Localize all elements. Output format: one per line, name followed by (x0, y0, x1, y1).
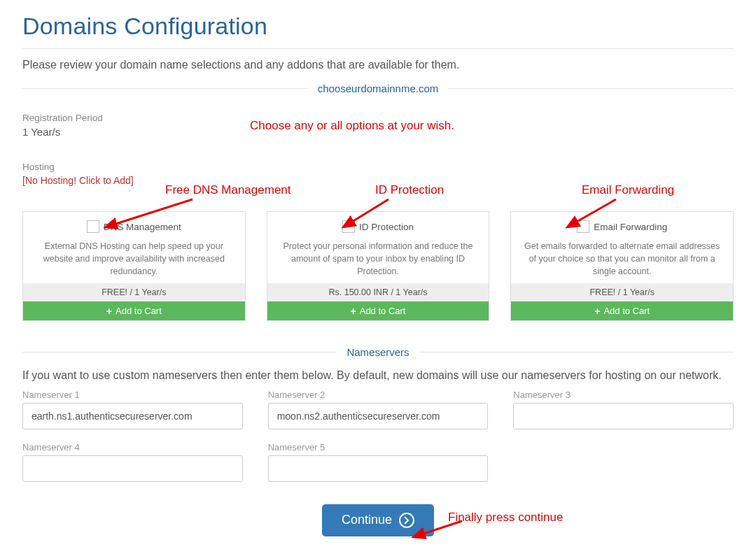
addons-row: DNS Management External DNS Hosting can … (22, 211, 734, 321)
ns4-input[interactable] (22, 455, 243, 482)
emailforwarding-price: FREE! / 1 Year/s (511, 283, 733, 301)
emailforwarding-title: Email Forwarding (594, 222, 667, 232)
idprotection-btn-label: Add to Cart (360, 306, 406, 316)
ns2-label: Nameserver 2 (268, 390, 489, 400)
intro-text: Please review your domain name selection… (22, 59, 734, 71)
plus-icon: + (594, 306, 600, 316)
continue-button[interactable]: Continue (322, 504, 434, 536)
registration-period-value: 1 Year/s (22, 126, 274, 138)
emailforwarding-btn-label: Add to Cart (603, 306, 650, 316)
page-title: Domains Configuration (22, 0, 734, 45)
annotation-top: Choose any or all options at your wish. (250, 119, 454, 133)
domain-name-label: chooseurdomainnme.com (308, 83, 449, 94)
ns2-input[interactable] (268, 403, 489, 429)
idprotection-add-button[interactable]: + Add to Cart (267, 301, 489, 320)
addon-dns: DNS Management External DNS Hosting can … (22, 211, 246, 321)
ns3-input[interactable] (513, 403, 734, 429)
title-divider (22, 48, 734, 49)
annotation-email: Email Forwarding (582, 183, 674, 197)
idprotection-price: Rs. 150.00 INR / 1 Year/s (267, 283, 489, 301)
hosting-label: Hosting (22, 162, 274, 172)
domain-divider: chooseurdomainnme.com (22, 83, 734, 94)
nameservers-heading: Nameservers (337, 346, 419, 358)
ns1-input[interactable] (22, 403, 243, 429)
dns-add-button[interactable]: + Add to Cart (23, 301, 245, 320)
ns5-input[interactable] (268, 455, 489, 482)
ns4-label: Nameserver 4 (22, 442, 243, 452)
idprotection-title: ID Protection (359, 222, 414, 232)
ns1-label: Nameserver 1 (22, 390, 243, 400)
idprotection-checkbox[interactable] (342, 220, 355, 233)
registration-period-label: Registration Period (22, 113, 274, 123)
dns-checkbox[interactable] (87, 220, 99, 233)
hosting-block: Hosting [No Hosting! Click to Add] (22, 162, 274, 186)
ns3-label: Nameserver 3 (513, 390, 734, 400)
emailforwarding-checkbox[interactable] (577, 220, 589, 233)
addon-idprotection: ID Protection Protect your personal info… (267, 211, 490, 321)
dns-title: DNS Management (104, 222, 181, 232)
dns-btn-label: Add to Cart (115, 306, 162, 316)
registration-period-block: Registration Period 1 Year/s (22, 113, 274, 138)
annotation-idp: ID Protection (375, 183, 444, 197)
idprotection-desc: Protect your personal information and re… (276, 240, 481, 278)
addon-emailforwarding: Email Forwarding Get emails forwarded to… (510, 211, 734, 321)
dns-desc: External DNS Hosting can help speed up y… (31, 240, 237, 278)
emailforwarding-add-button[interactable]: + Add to Cart (511, 301, 733, 320)
continue-label: Continue (342, 513, 392, 527)
plus-icon: + (106, 306, 112, 316)
annotation-continue: Finally press continue (448, 511, 563, 525)
nameservers-desc: If you want to use custom nameservers th… (22, 368, 734, 383)
arrow-right-circle-icon (399, 513, 414, 528)
annotation-dns: Free DNS Management (165, 183, 291, 197)
plus-icon: + (351, 306, 356, 316)
ns5-label: Nameserver 5 (268, 442, 489, 452)
dns-price: FREE! / 1 Year/s (23, 283, 245, 301)
emailforwarding-desc: Get emails forwarded to alternate email … (519, 240, 724, 278)
nameservers-divider: Nameservers (22, 346, 734, 358)
